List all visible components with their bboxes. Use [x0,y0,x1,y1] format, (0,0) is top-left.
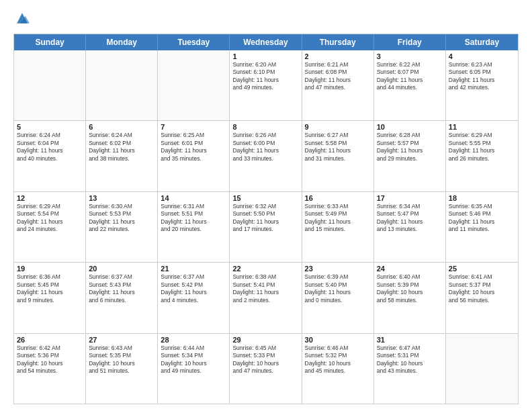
day-number: 28 [161,336,226,344]
calendar-header: SundayMondayTuesdayWednesdayThursdayFrid… [14,34,518,50]
calendar-cell-r2c5: 17Sunrise: 6:34 AM Sunset: 5:47 PM Dayli… [374,192,446,262]
day-number: 9 [305,123,371,131]
cell-text: Sunrise: 6:31 AM Sunset: 5:51 PM Dayligh… [161,203,226,234]
cell-text: Sunrise: 6:44 AM Sunset: 5:34 PM Dayligh… [161,345,226,375]
cell-text: Sunrise: 6:46 AM Sunset: 5:32 PM Dayligh… [305,345,371,375]
day-number: 26 [17,336,83,344]
day-number: 29 [232,336,298,344]
calendar-cell-r1c3: 8Sunrise: 6:26 AM Sunset: 6:00 PM Daylig… [230,121,302,191]
cell-text: Sunrise: 6:36 AM Sunset: 5:45 PM Dayligh… [17,273,83,304]
cell-text: Sunrise: 6:45 AM Sunset: 5:33 PM Dayligh… [232,345,298,375]
calendar-cell-r4c1: 27Sunrise: 6:43 AM Sunset: 5:35 PM Dayli… [86,334,158,404]
calendar-cell-r4c2: 28Sunrise: 6:44 AM Sunset: 5:34 PM Dayli… [158,334,230,404]
cell-text: Sunrise: 6:30 AM Sunset: 5:53 PM Dayligh… [89,203,154,234]
calendar-cell-r4c0: 26Sunrise: 6:42 AM Sunset: 5:36 PM Dayli… [14,334,86,404]
calendar-cell-r0c1 [86,50,158,120]
calendar-cell-r0c2 [158,50,230,120]
day-number: 18 [449,194,515,202]
cell-text: Sunrise: 6:40 AM Sunset: 5:39 PM Dayligh… [377,273,443,304]
calendar-cell-r2c0: 12Sunrise: 6:29 AM Sunset: 5:54 PM Dayli… [14,192,86,262]
calendar-cell-r2c4: 16Sunrise: 6:33 AM Sunset: 5:49 PM Dayli… [302,192,374,262]
day-number: 19 [17,265,83,273]
cell-text: Sunrise: 6:29 AM Sunset: 5:55 PM Dayligh… [449,132,515,163]
calendar-cell-r4c4: 30Sunrise: 6:46 AM Sunset: 5:32 PM Dayli… [302,334,374,404]
day-number: 31 [377,336,443,344]
calendar-cell-r4c6 [446,334,518,404]
day-number: 24 [377,265,443,273]
calendar-cell-r1c5: 10Sunrise: 6:28 AM Sunset: 5:57 PM Dayli… [374,121,446,191]
day-number: 14 [161,194,226,202]
cell-text: Sunrise: 6:24 AM Sunset: 6:02 PM Dayligh… [89,132,154,163]
calendar-header-friday: Friday [374,34,446,50]
cell-text: Sunrise: 6:25 AM Sunset: 6:01 PM Dayligh… [161,132,226,163]
day-number: 10 [377,123,443,131]
cell-text: Sunrise: 6:26 AM Sunset: 6:00 PM Dayligh… [232,132,298,163]
day-number: 2 [305,52,371,60]
day-number: 6 [89,123,154,131]
cell-text: Sunrise: 6:24 AM Sunset: 6:04 PM Dayligh… [17,132,83,163]
calendar-cell-r1c0: 5Sunrise: 6:24 AM Sunset: 6:04 PM Daylig… [14,121,86,191]
calendar-cell-r4c5: 31Sunrise: 6:47 AM Sunset: 5:31 PM Dayli… [374,334,446,404]
day-number: 21 [161,265,226,273]
calendar-cell-r1c2: 7Sunrise: 6:25 AM Sunset: 6:01 PM Daylig… [158,121,230,191]
cell-text: Sunrise: 6:20 AM Sunset: 6:10 PM Dayligh… [232,61,298,92]
cell-text: Sunrise: 6:28 AM Sunset: 5:57 PM Dayligh… [377,132,443,163]
calendar-cell-r0c6: 4Sunrise: 6:23 AM Sunset: 6:05 PM Daylig… [446,50,518,120]
calendar-cell-r1c1: 6Sunrise: 6:24 AM Sunset: 6:02 PM Daylig… [86,121,158,191]
calendar-cell-r3c3: 22Sunrise: 6:38 AM Sunset: 5:41 PM Dayli… [230,263,302,332]
cell-text: Sunrise: 6:39 AM Sunset: 5:40 PM Dayligh… [305,273,371,304]
cell-text: Sunrise: 6:27 AM Sunset: 5:58 PM Dayligh… [305,132,371,163]
calendar-body: 1Sunrise: 6:20 AM Sunset: 6:10 PM Daylig… [14,50,518,404]
calendar-header-sunday: Sunday [14,34,86,50]
logo [13,11,32,28]
day-number: 17 [377,194,443,202]
day-number: 5 [17,123,83,131]
day-number: 4 [449,52,515,60]
calendar-row-0: 1Sunrise: 6:20 AM Sunset: 6:10 PM Daylig… [14,50,518,120]
day-number: 20 [89,265,154,273]
day-number: 16 [305,194,371,202]
calendar-cell-r3c1: 20Sunrise: 6:37 AM Sunset: 5:43 PM Dayli… [86,263,158,332]
cell-text: Sunrise: 6:37 AM Sunset: 5:42 PM Dayligh… [161,273,226,304]
cell-text: Sunrise: 6:37 AM Sunset: 5:43 PM Dayligh… [89,273,154,304]
calendar-cell-r2c1: 13Sunrise: 6:30 AM Sunset: 5:53 PM Dayli… [86,192,158,262]
cell-text: Sunrise: 6:21 AM Sunset: 6:08 PM Dayligh… [305,61,371,92]
page: SundayMondayTuesdayWednesdayThursdayFrid… [0,0,532,411]
calendar-row-1: 5Sunrise: 6:24 AM Sunset: 6:04 PM Daylig… [14,120,518,191]
day-number: 13 [89,194,154,202]
cell-text: Sunrise: 6:35 AM Sunset: 5:46 PM Dayligh… [449,203,515,234]
cell-text: Sunrise: 6:47 AM Sunset: 5:31 PM Dayligh… [377,345,443,375]
day-number: 7 [161,123,226,131]
day-number: 27 [89,336,154,344]
calendar-cell-r3c2: 21Sunrise: 6:37 AM Sunset: 5:42 PM Dayli… [158,263,230,332]
calendar-header-tuesday: Tuesday [158,34,230,50]
day-number: 30 [305,336,371,344]
calendar-cell-r2c2: 14Sunrise: 6:31 AM Sunset: 5:51 PM Dayli… [158,192,230,262]
calendar-header-monday: Monday [86,34,158,50]
calendar-cell-r1c4: 9Sunrise: 6:27 AM Sunset: 5:58 PM Daylig… [302,121,374,191]
cell-text: Sunrise: 6:42 AM Sunset: 5:36 PM Dayligh… [17,345,83,375]
day-number: 22 [232,265,298,273]
day-number: 8 [232,123,298,131]
calendar-row-4: 26Sunrise: 6:42 AM Sunset: 5:36 PM Dayli… [14,333,518,404]
day-number: 11 [449,123,515,131]
calendar-cell-r3c0: 19Sunrise: 6:36 AM Sunset: 5:45 PM Dayli… [14,263,86,332]
day-number: 25 [449,265,515,273]
cell-text: Sunrise: 6:23 AM Sunset: 6:05 PM Dayligh… [449,61,515,92]
cell-text: Sunrise: 6:34 AM Sunset: 5:47 PM Dayligh… [377,203,443,234]
calendar-cell-r0c0 [14,50,86,120]
calendar-row-2: 12Sunrise: 6:29 AM Sunset: 5:54 PM Dayli… [14,191,518,262]
calendar-cell-r0c5: 3Sunrise: 6:22 AM Sunset: 6:07 PM Daylig… [374,50,446,120]
calendar: SundayMondayTuesdayWednesdayThursdayFrid… [13,34,519,404]
day-number: 23 [305,265,371,273]
calendar-row-3: 19Sunrise: 6:36 AM Sunset: 5:45 PM Dayli… [14,262,518,332]
day-number: 3 [377,52,443,60]
cell-text: Sunrise: 6:43 AM Sunset: 5:35 PM Dayligh… [89,345,154,375]
cell-text: Sunrise: 6:38 AM Sunset: 5:41 PM Dayligh… [232,273,298,304]
calendar-cell-r3c6: 25Sunrise: 6:41 AM Sunset: 5:37 PM Dayli… [446,263,518,332]
cell-text: Sunrise: 6:33 AM Sunset: 5:49 PM Dayligh… [305,203,371,234]
calendar-cell-r2c3: 15Sunrise: 6:32 AM Sunset: 5:50 PM Dayli… [230,192,302,262]
calendar-header-thursday: Thursday [302,34,374,50]
calendar-header-wednesday: Wednesday [230,34,302,50]
calendar-cell-r1c6: 11Sunrise: 6:29 AM Sunset: 5:55 PM Dayli… [446,121,518,191]
